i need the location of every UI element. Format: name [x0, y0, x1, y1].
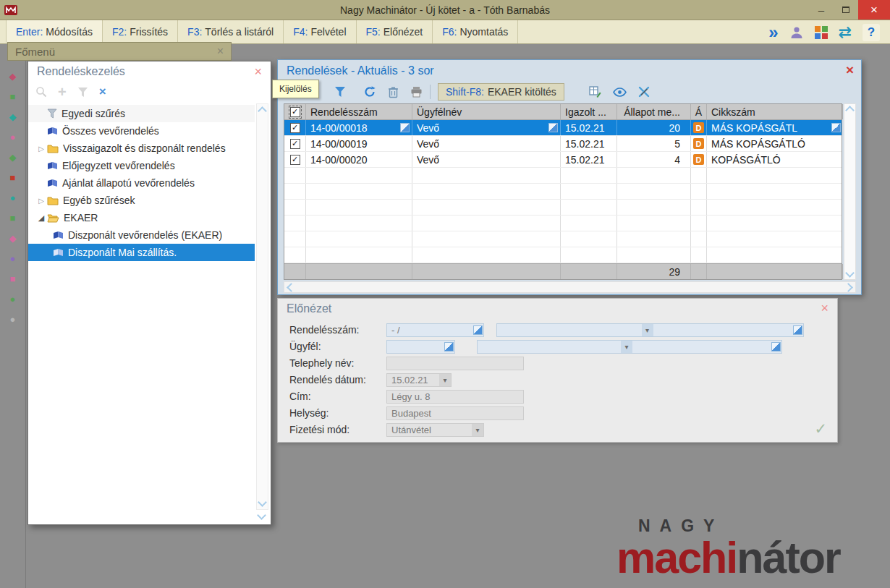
minimize-button[interactable]: –: [809, 0, 834, 20]
corner-indicator[interactable]: [400, 123, 410, 132]
sidebar-icon[interactable]: ◆: [9, 112, 17, 122]
fomenu-close-icon[interactable]: ×: [217, 45, 224, 58]
f5-elonezet-button[interactable]: F5:Előnézet: [357, 20, 433, 43]
add-icon[interactable]: +: [58, 86, 67, 98]
search-icon[interactable]: [35, 86, 47, 98]
tree-item-ekaer[interactable]: ◢ EKAER: [28, 209, 255, 226]
dropdown-arrow-icon[interactable]: ▾: [472, 424, 483, 436]
expander-icon[interactable]: ▷: [35, 197, 47, 205]
corner-indicator[interactable]: [793, 325, 802, 335]
help-icon[interactable]: ?: [863, 24, 880, 41]
scroll-down-icon[interactable]: [258, 498, 267, 507]
order-date-combo[interactable]: 15.02.21 ▾: [386, 373, 452, 387]
dropdown-arrow-icon[interactable]: ▾: [642, 324, 653, 336]
dropdown-arrow-icon[interactable]: ▾: [439, 374, 451, 386]
sidebar-icon[interactable]: ●: [10, 254, 16, 263]
ekaer-kitoltes-button[interactable]: Shift-F8: EKAER kitöltés: [438, 83, 564, 101]
scroll-right-icon[interactable]: [844, 283, 853, 292]
preview-close-icon[interactable]: ×: [821, 301, 828, 316]
column-header[interactable]: Cikkszám: [707, 104, 843, 119]
orders-close-icon[interactable]: ×: [846, 62, 854, 78]
sidebar-icon[interactable]: ●: [10, 132, 16, 142]
orders-title: Rendelések - Aktuális - 3 sor: [287, 64, 434, 77]
sidebar-icon[interactable]: ■: [10, 213, 16, 223]
tree-panel-close-icon[interactable]: ×: [254, 64, 262, 80]
clear-filter-icon[interactable]: ×: [99, 85, 106, 99]
eye-icon[interactable]: [613, 88, 627, 97]
f2-frissites-button[interactable]: F2:Frissítés: [103, 20, 178, 43]
tree-item-egyeb-szuresek[interactable]: ▷ Egyéb szűrések: [28, 192, 255, 209]
corner-indicator[interactable]: [548, 123, 558, 132]
enter-modositas-button[interactable]: Enter:Módosítás: [6, 20, 103, 43]
corner-indicator[interactable]: [444, 342, 454, 351]
row-checkbox[interactable]: ✓: [290, 139, 300, 149]
scroll-up-icon[interactable]: [258, 106, 267, 116]
table-row[interactable]: ✓ 14-00/00020 Vevő 15.02.21 4 D KOPÁSGÁT…: [284, 152, 842, 168]
table-row[interactable]: ✓ 14-00/00019 Vevő 15.02.21 5 D MÁS KOPÁ…: [284, 136, 842, 152]
scroll-down-icon[interactable]: [845, 268, 855, 278]
filter-icon[interactable]: [334, 86, 346, 98]
tree-item-visszaigazolt[interactable]: ▷ Visszaigazolt és diszponált rendelés: [28, 140, 255, 157]
scroll-left-icon[interactable]: [287, 283, 296, 292]
customer-combo[interactable]: [386, 340, 455, 354]
tree-item-ajanlat[interactable]: Ajánlat állapotú vevőrendelés: [28, 174, 255, 192]
sidebar-icon[interactable]: ●: [10, 193, 16, 203]
scroll-up-icon[interactable]: [845, 106, 855, 115]
sidebar-icon[interactable]: ●: [10, 315, 16, 324]
column-header[interactable]: Á: [691, 104, 707, 119]
order-number-wide-combo[interactable]: ▾: [496, 323, 804, 337]
column-header[interactable]: Állapot me...: [617, 104, 691, 119]
corner-indicator[interactable]: [473, 325, 483, 335]
tree-item-egyedi-szures[interactable]: Egyedi szűrés: [28, 105, 255, 122]
f6-nyomtatas-button[interactable]: F6:Nyomtatás: [433, 20, 518, 43]
user-icon[interactable]: [789, 25, 804, 40]
city-input[interactable]: Budapest: [386, 406, 524, 420]
horizontal-scrollbar[interactable]: [284, 281, 856, 293]
expand-more-icon[interactable]: »: [768, 25, 778, 40]
refresh-icon[interactable]: [363, 85, 376, 98]
dropdown-arrow-icon[interactable]: ▾: [621, 341, 632, 353]
row-checkbox[interactable]: ✓: [290, 155, 300, 165]
column-header[interactable]: Ügyfélnév: [412, 104, 561, 119]
table-row[interactable]: ✓ 14-00/00018 Vevő 15.02.21 20 D MÁS KOP…: [284, 120, 842, 136]
sidebar-icon[interactable]: ◆: [9, 72, 17, 81]
scroll-down-icon[interactable]: [257, 511, 266, 520]
expander-icon[interactable]: ◢: [35, 213, 47, 223]
expander-icon[interactable]: ▷: [35, 145, 47, 153]
filter-icon[interactable]: [77, 87, 88, 98]
sidebar-icon[interactable]: ●: [10, 294, 16, 304]
trash-icon[interactable]: [388, 86, 399, 98]
clear-tools-icon[interactable]: [638, 86, 650, 98]
select-all-checkbox[interactable]: ✓: [290, 107, 300, 117]
sidebar-icon[interactable]: ◆: [9, 153, 17, 162]
edit-table-icon[interactable]: [589, 86, 601, 98]
f4-felvetel-button[interactable]: F4:Felvétel: [284, 20, 356, 43]
close-button[interactable]: ×: [858, 0, 890, 20]
sidebar-icon[interactable]: ◆: [9, 234, 17, 243]
tree-item-osszes-vevorendeles[interactable]: Összes vevőrendelés: [28, 122, 255, 140]
tree-item-diszponalt-ekaer[interactable]: Diszponált vevőrendelés (EKAER): [28, 226, 255, 244]
customer-wide-combo[interactable]: ▾: [477, 340, 782, 354]
order-number-combo[interactable]: - /: [386, 323, 484, 337]
sidebar-icon[interactable]: ■: [10, 92, 16, 101]
tree-scrollbar[interactable]: [256, 103, 268, 510]
sync-arrows-icon[interactable]: ⇄: [839, 23, 852, 42]
maximize-button[interactable]: [834, 0, 858, 20]
tree-item-diszponalt-mai-szallitas[interactable]: Diszponált Mai szállítás.: [28, 244, 255, 261]
printer-icon[interactable]: [410, 86, 423, 98]
corner-indicator[interactable]: [831, 123, 841, 132]
row-checkbox[interactable]: ✓: [290, 123, 300, 133]
vertical-scrollbar[interactable]: [844, 103, 856, 280]
column-header[interactable]: Rendelésszám: [306, 104, 412, 119]
sidebar-icon[interactable]: ■: [10, 274, 16, 284]
faction-label: Módosítás: [46, 26, 93, 38]
f3-torles-button[interactable]: F3:Törlés a listáról: [178, 20, 284, 43]
tree-item-elojegyzett[interactable]: Előjegyzett vevőrendelés: [28, 157, 255, 174]
apps-grid-icon[interactable]: [815, 26, 828, 39]
column-header[interactable]: Igazolt ...: [561, 104, 617, 119]
site-name-input[interactable]: [386, 357, 524, 370]
corner-indicator[interactable]: [771, 342, 781, 351]
sidebar-icon[interactable]: ■: [10, 173, 16, 182]
address-input[interactable]: Légy u. 8: [386, 390, 524, 404]
payment-method-combo[interactable]: Utánvétel ▾: [386, 423, 484, 437]
